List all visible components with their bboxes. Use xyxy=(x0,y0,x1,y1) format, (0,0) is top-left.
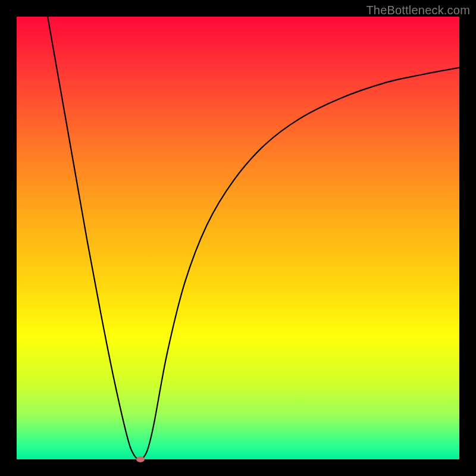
plot-area xyxy=(17,17,459,459)
chart-stage: TheBottleneck.com xyxy=(0,0,476,476)
minimum-marker xyxy=(136,456,145,462)
bottleneck-curve xyxy=(17,17,459,459)
watermark-text: TheBottleneck.com xyxy=(366,4,470,17)
